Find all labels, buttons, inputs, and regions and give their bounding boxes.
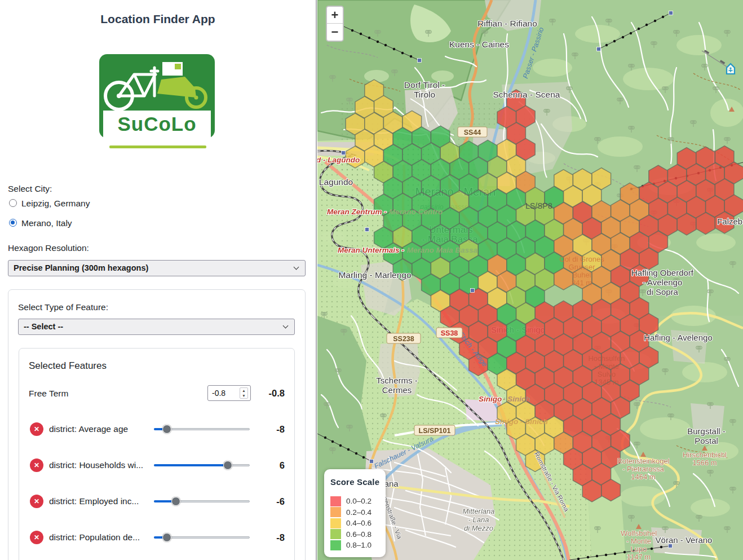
svg-text:Lupo: Lupo — [631, 545, 647, 553]
svg-text:Cermes: Cermes — [382, 385, 412, 395]
svg-text:Vöran - Verano: Vöran - Verano — [656, 535, 713, 545]
svg-text:d - Lagundo: d - Lagundo — [317, 156, 360, 164]
svg-text:- Avelengo: - Avelengo — [643, 277, 683, 287]
svg-text:1464 m: 1464 m — [631, 473, 655, 481]
svg-text:Dorf Tirol -: Dorf Tirol - — [404, 80, 445, 90]
svg-text:Tscherms -: Tscherms - — [376, 376, 417, 385]
svg-text:LS/SP101: LS/SP101 — [419, 427, 451, 435]
svg-text:Schenna - Scena: Schenna - Scena — [493, 90, 560, 99]
svg-text:Wolfsbühel: Wolfsbühel — [621, 529, 657, 537]
svg-text:841 m: 841 m — [572, 279, 592, 287]
svg-text:1147 m: 1147 m — [627, 553, 651, 560]
svg-text:Sinigo - Sinich: Sinigo - Sinich — [495, 417, 548, 426]
svg-text:Hafling Oberdorf: Hafling Oberdorf — [631, 268, 694, 277]
svg-text:Hochsulfen: Hochsulfen — [588, 354, 625, 363]
svg-text:- Sinich: - Sinich — [503, 395, 530, 403]
svg-text:Meran Untermais -: Meran Untermais - — [338, 246, 404, 254]
svg-text:Tirolo: Tirolo — [414, 90, 435, 99]
svg-text:Rotensteinkogel: Rotensteinkogel — [617, 457, 669, 465]
svg-text:Merano Centro: Merano Centro — [389, 208, 443, 216]
svg-text:Sinigo: Sinigo — [479, 395, 502, 403]
svg-text:di Sopra: di Sopra — [647, 287, 679, 297]
svg-text:- Monte: - Monte — [594, 362, 619, 371]
svg-text:Col di Grones: Col di Grones — [559, 255, 604, 263]
svg-text:Hafling - Avelengo: Hafling - Avelengo — [644, 333, 712, 342]
svg-text:SS38: SS38 — [441, 329, 458, 337]
svg-text:di Mezzo: di Mezzo — [464, 524, 493, 532]
svg-text:Riffian - Rifiano: Riffian - Rifiano — [477, 19, 537, 28]
svg-text:Grunser: Grunser — [569, 263, 596, 271]
svg-text:Buhel: Buhel — [572, 271, 591, 279]
svg-text:1566 m: 1566 m — [692, 458, 717, 467]
svg-text:Meran Zentrum -: Meran Zentrum - — [327, 208, 387, 216]
svg-text:1345 m: 1345 m — [594, 378, 618, 386]
svg-text:SS44: SS44 — [464, 129, 481, 136]
svg-text:Sulvo: Sulvo — [598, 370, 616, 378]
svg-text:LS/SP8: LS/SP8 — [525, 201, 552, 210]
svg-text:Lagundo: Lagundo — [319, 177, 353, 187]
svg-text:Falzeben: Falzeben — [717, 217, 743, 226]
svg-text:Hirschenbichl: Hirschenbichl — [683, 451, 727, 459]
svg-text:- Lana: - Lana — [468, 515, 489, 524]
svg-text:Merano Maia Bassa: Merano Maia Bassa — [407, 246, 478, 254]
svg-text:- Pietrarossa: - Pietrarossa — [622, 465, 664, 473]
svg-text:SS238: SS238 — [393, 335, 414, 343]
svg-text:Mitterlana: Mitterlana — [462, 507, 494, 515]
svg-text:Kuens - Caines: Kuens - Caines — [449, 39, 509, 49]
svg-text:Postal: Postal — [695, 436, 718, 446]
svg-text:- Monte: - Monte — [626, 537, 651, 545]
svg-text:Burgstall -: Burgstall - — [687, 426, 726, 436]
svg-text:Marling - Marlengo: Marling - Marlengo — [338, 270, 411, 280]
